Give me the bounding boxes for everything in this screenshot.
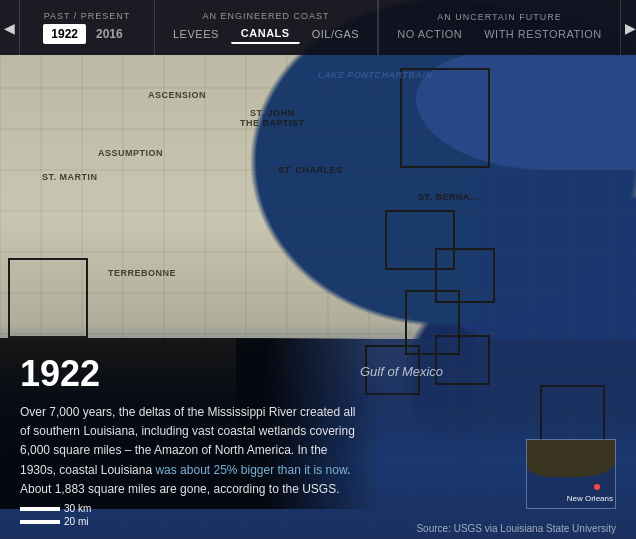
uncertain-future-items: NO ACTION WITH RESTORATION — [379, 23, 620, 45]
scale-label-km: 30 km — [64, 503, 91, 514]
past-present-items: 1922 2016 — [35, 22, 138, 46]
tab-with-restoration[interactable]: WITH RESTORATION — [474, 25, 612, 43]
info-body: Over 7,000 years, the deltas of the Miss… — [20, 403, 360, 499]
nav-right-arrow-section: ▶ — [620, 0, 636, 55]
engineered-coast-label: AN ENGINEERED COAST — [203, 9, 330, 22]
map-rect-8 — [8, 258, 88, 338]
mini-map-land — [527, 440, 615, 477]
tab-levees[interactable]: LEVEES — [163, 25, 229, 43]
tab-oilgas[interactable]: OIL/GAS — [302, 25, 370, 43]
uncertain-future-section: AN UNCERTAIN FUTURE NO ACTION WITH RESTO… — [378, 0, 620, 55]
nav-left-arrow[interactable]: ◀ — [0, 18, 19, 38]
year-title: 1922 — [20, 353, 360, 395]
year-1922-button[interactable]: 1922 — [43, 24, 86, 44]
mini-map: New Orleans — [526, 439, 616, 509]
mini-map-background: New Orleans — [527, 440, 615, 508]
info-text-highlight: was about 25% bigger than it is now — [155, 463, 346, 477]
past-present-section: PAST / PRESENT 1922 2016 — [20, 0, 155, 55]
nav-left-arrow-section: ◀ — [0, 0, 20, 55]
past-present-label: PAST / PRESENT — [44, 9, 131, 22]
uncertain-future-label: AN UNCERTAIN FUTURE — [437, 10, 562, 23]
scale-line-mi: 20 mi — [20, 516, 91, 527]
gulf-of-mexico-label: Gulf of Mexico — [360, 364, 443, 379]
top-navigation: ◀ PAST / PRESENT 1922 2016 AN ENGINEERED… — [0, 0, 636, 55]
nav-right-arrow[interactable]: ▶ — [621, 18, 636, 38]
scale-line-km: 30 km — [20, 503, 91, 514]
scale-label-mi: 20 mi — [64, 516, 88, 527]
map-rect-5 — [435, 335, 490, 385]
tab-canals[interactable]: CANALS — [231, 24, 300, 44]
scale-bar-graphic-km — [20, 507, 60, 511]
mini-map-city-label: New Orleans — [567, 494, 613, 503]
info-panel: 1922 Over 7,000 years, the deltas of the… — [0, 338, 380, 509]
scale-bar: 30 km 20 mi — [20, 503, 91, 529]
map-rect-1 — [400, 68, 490, 168]
mini-map-dot — [594, 484, 600, 490]
tab-no-action[interactable]: NO ACTION — [387, 25, 472, 43]
engineered-coast-section: AN ENGINEERED COAST LEVEES CANALS OIL/GA… — [155, 0, 378, 55]
year-2016-button[interactable]: 2016 — [88, 24, 131, 44]
scale-bar-graphic-mi — [20, 520, 60, 524]
source-attribution: Source: USGS via Louisiana State Univers… — [416, 523, 616, 534]
engineered-coast-items: LEVEES CANALS OIL/GAS — [155, 22, 377, 46]
